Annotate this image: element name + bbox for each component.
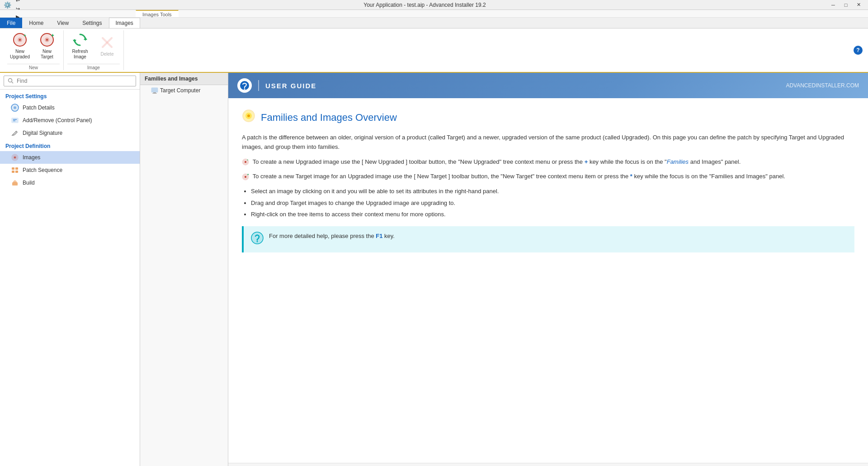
sidebar-item-patch-sequence[interactable]: Patch Sequence	[0, 164, 140, 176]
svg-rect-32	[153, 92, 156, 93]
main-layout: Project Settings Patch Details Add/Remov…	[0, 73, 868, 466]
page-title-icon	[242, 109, 255, 126]
svg-rect-30	[14, 180, 16, 181]
svg-text:+: +	[247, 158, 249, 161]
user-guide-separator	[258, 80, 259, 91]
tip-text: For more detailed help, please press the…	[269, 232, 395, 241]
help-button[interactable]: ?	[854, 46, 863, 55]
svg-text:✦: ✦	[247, 173, 249, 176]
ribbon-group-image-label: Image	[67, 64, 120, 70]
ribbon-help: ?	[852, 30, 864, 70]
tip-box: For more detailed help, please press the…	[242, 226, 854, 252]
section-project-definition: Project Definition	[0, 139, 140, 151]
build-label: Build	[23, 180, 35, 186]
svg-point-8	[46, 39, 48, 41]
new-target-button[interactable]: ✦ New Target	[34, 30, 60, 62]
sidebar-item-add-remove[interactable]: Add/Remove (Control Panel)	[0, 114, 140, 127]
svg-marker-10	[84, 37, 87, 40]
new-upgraded-icon: +	[13, 33, 27, 47]
families-images-ref: Families	[667, 158, 689, 165]
refresh-image-icon	[73, 33, 87, 47]
build-icon	[11, 179, 19, 187]
tab-file[interactable]: File	[0, 18, 22, 28]
f1-key: F1	[376, 233, 382, 239]
user-guide-left: USER GUIDE	[237, 78, 316, 93]
title-bar: ⚙️ 💾 📂 ↩ ↪ ▶ ▼ Your Application - test.a…	[0, 0, 868, 10]
sidebar-item-build[interactable]: Build	[0, 176, 140, 189]
refresh-image-label: Refresh Image	[69, 49, 91, 60]
search-input[interactable]	[4, 76, 136, 86]
content-paragraph-1: A patch is the difference between an old…	[242, 133, 854, 152]
svg-point-40	[245, 161, 246, 163]
svg-rect-27	[15, 171, 18, 173]
redo-quick-btn[interactable]: ↪	[13, 5, 22, 13]
svg-point-16	[14, 106, 16, 109]
undo-quick-btn[interactable]: ↩	[13, 0, 22, 5]
bullet-2: Drag and drop Target images to change th…	[251, 199, 854, 208]
middle-panel: Families and Images Target Computer	[140, 73, 228, 466]
patch-details-icon	[11, 104, 19, 112]
sidebar-item-patch-details[interactable]: Patch Details	[0, 101, 140, 114]
bullet-1: Select an image by clicking on it and yo…	[251, 187, 854, 196]
digital-signature-label: Digital Signature	[23, 130, 62, 136]
svg-text:✦: ✦	[51, 33, 54, 38]
patch-sequence-label: Patch Sequence	[23, 167, 62, 173]
ribbon: Images Tools File Home View Settings Ima…	[0, 10, 868, 73]
ribbon-image-buttons: Refresh Image Delete	[67, 30, 120, 62]
refresh-image-button[interactable]: Refresh Image	[67, 30, 93, 62]
app-icon: ⚙️	[4, 1, 11, 9]
content-body: Families and Images Overview A patch is …	[228, 98, 868, 463]
upgraded-icon-inline: +	[242, 158, 251, 165]
add-remove-label: Add/Remove (Control Panel)	[23, 117, 92, 124]
ribbon-group-new: + New Upgraded ✦	[4, 30, 64, 70]
svg-point-3	[19, 39, 21, 41]
sidebar-item-images[interactable]: Images	[0, 151, 140, 164]
sidebar: Project Settings Patch Details Add/Remov…	[0, 73, 140, 466]
svg-rect-26	[12, 171, 14, 173]
new-target-icon: ✦	[40, 33, 54, 47]
delete-button[interactable]: Delete	[94, 31, 120, 62]
patch-details-label: Patch Details	[23, 105, 55, 111]
tab-settings[interactable]: Settings	[75, 18, 108, 28]
images-nav-icon	[11, 153, 19, 162]
user-guide-domain: ADVANCEDINSTALLER.COM	[786, 82, 859, 89]
tab-view[interactable]: View	[50, 18, 75, 28]
content-panel: USER GUIDE ADVANCEDINSTALLER.COM Familie…	[228, 73, 868, 466]
tree-item-target-computer[interactable]: Target Computer	[140, 85, 228, 96]
svg-point-38	[247, 114, 250, 117]
patch-sequence-icon	[11, 166, 19, 174]
svg-rect-28	[12, 182, 18, 185]
ribbon-group-image: Refresh Image Delete Image	[64, 30, 124, 70]
content-bullets: Select an image by clicking on it and yo…	[251, 187, 854, 219]
add-remove-icon	[11, 116, 19, 124]
svg-marker-11	[73, 40, 76, 43]
tip-icon	[251, 232, 264, 247]
maximize-btn[interactable]: □	[840, 1, 852, 9]
sidebar-item-digital-signature[interactable]: Digital Signature	[0, 127, 140, 139]
ribbon-tools-label: Images Tools	[136, 10, 179, 17]
target-computer-icon	[151, 87, 158, 94]
new-upgraded-button[interactable]: + New Upgraded	[7, 30, 33, 62]
section-project-settings: Project Settings	[0, 90, 140, 101]
middle-panel-header: Families and Images	[140, 73, 228, 85]
close-btn[interactable]: ✕	[853, 1, 864, 9]
svg-rect-31	[151, 88, 158, 92]
tab-home[interactable]: Home	[22, 18, 50, 28]
svg-point-43	[245, 176, 246, 178]
content-footer: © 2002 - 2022 Caphyon Ltd. Trademarks be…	[228, 463, 868, 466]
delete-label: Delete	[101, 52, 114, 57]
minimize-btn[interactable]: ─	[827, 1, 839, 9]
tab-images[interactable]: Images	[109, 18, 140, 28]
svg-rect-25	[15, 167, 18, 170]
svg-line-20	[15, 131, 16, 132]
svg-point-47	[257, 241, 258, 242]
ribbon-content: + New Upgraded ✦	[0, 29, 868, 72]
svg-rect-24	[12, 167, 14, 170]
ribbon-group-new-label: New	[7, 64, 60, 70]
user-guide-logo	[237, 78, 252, 93]
svg-point-35	[244, 89, 245, 90]
content-paragraph-3: ✦ To create a new Target image for an Up…	[242, 172, 854, 181]
page-title-text: Families and Images Overview	[261, 112, 397, 124]
plus-key: +	[585, 158, 588, 165]
svg-rect-17	[12, 118, 18, 123]
